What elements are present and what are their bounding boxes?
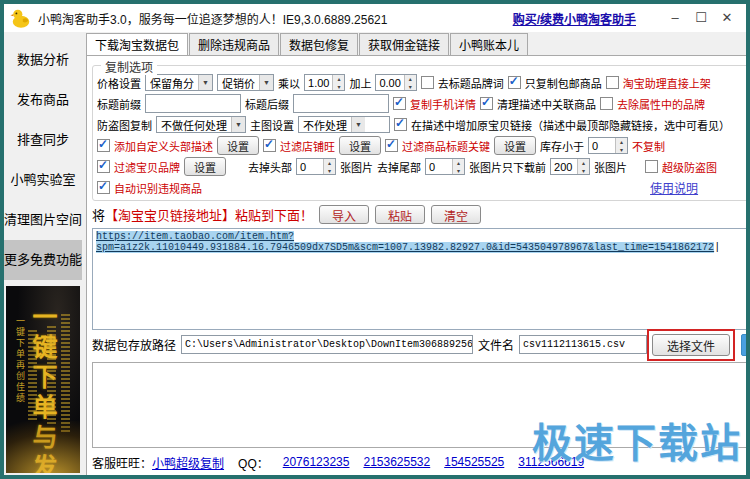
tab-bar: 下载淘宝数据包 删除违规商品 数据包修复 获取佣金链接 小鸭账本儿 [86, 34, 750, 55]
save-path-input[interactable]: C:\Users\Administrator\Desktop\DownItem3… [181, 335, 473, 354]
down-arrow-icon[interactable]: ▾ [578, 167, 589, 175]
remove-head-stepper[interactable]: 0▴▾ [296, 158, 336, 175]
remove-tail-stepper[interactable]: 0▴▾ [425, 158, 465, 175]
dropdown-value: 不作处理 [303, 117, 347, 133]
up-arrow-icon[interactable]: ▴ [453, 159, 464, 167]
up-arrow-icon[interactable]: ▴ [405, 75, 416, 83]
stepper-arrows[interactable]: ▴▾ [577, 159, 589, 174]
stepper-value: 0 [426, 159, 452, 174]
tab-download-datapack[interactable]: 下载淘宝数据包 [86, 33, 188, 56]
filter-item-brand-checkbox[interactable] [97, 160, 110, 173]
main-pic-dropdown[interactable]: 不作处理▼ [298, 116, 390, 133]
up-arrow-icon[interactable]: ▴ [578, 159, 589, 167]
auto-detect-violation-checkbox[interactable] [97, 181, 110, 194]
super-anti-theft-checkbox[interactable] [645, 160, 658, 173]
paste-button[interactable]: 粘贴 [375, 205, 425, 224]
taobao-item-url[interactable]: https://item.taobao.com/item.htm?spm=a1z… [96, 231, 714, 253]
service-wangwang-link[interactable]: 小鸭超级复制 [152, 457, 224, 471]
buy-renew-link[interactable]: 购买/续费小鸭淘客助手 [513, 10, 636, 27]
price-settings-label: 价格设置 [97, 75, 141, 91]
link-textarea[interactable]: https://item.taobao.com/item.htm?spm=a1z… [92, 228, 750, 330]
stepper-value: 200 [551, 159, 577, 174]
dropdown-value: 促销价 [222, 75, 255, 91]
anti-theft-dropdown[interactable]: 不做任何处理▼ [156, 116, 246, 133]
stock-stepper[interactable]: 0▴▾ [588, 137, 628, 154]
add-original-link-checkbox[interactable] [394, 118, 407, 131]
stepper-arrows[interactable]: ▴▾ [332, 75, 344, 90]
stepper-arrows[interactable]: ▴▾ [615, 138, 627, 153]
clear-button[interactable]: 清空 [431, 205, 481, 224]
stepper-arrows[interactable]: ▴▾ [452, 159, 464, 174]
sidebar-item-data-analysis[interactable]: 数据分析 [4, 40, 82, 80]
group-title: 复制选项 [101, 58, 157, 75]
sidebar-item-publish[interactable]: 发布商品 [4, 80, 82, 120]
download-limit-stepper[interactable]: 200▴▾ [550, 158, 590, 175]
close-button[interactable]: ✕ [714, 4, 740, 32]
minimize-button[interactable]: – [662, 4, 688, 32]
sidebar-item-clean-images[interactable]: 清理图片空间 [4, 200, 82, 240]
filter-brand-settings-button[interactable]: 设置 [184, 157, 226, 176]
remove-brand-words-label: 去标题品牌词 [438, 75, 504, 91]
up-arrow-icon[interactable]: ▴ [333, 75, 344, 83]
filter-shop-checkbox[interactable] [263, 139, 276, 152]
plus-stepper[interactable]: 0.00▴▾ [375, 74, 416, 91]
filter-shop-settings-button[interactable]: 设置 [339, 136, 381, 155]
remove-brand-words-checkbox[interactable] [421, 76, 434, 89]
stock-less-than-label: 库存小于 [540, 138, 584, 154]
filter-row-2: 过滤宝贝品牌 设置 去掉头部 0▴▾ 张图片 去掉尾部 0▴▾ 张图片只下载前 … [97, 156, 750, 177]
duck-logo-icon [10, 7, 32, 29]
down-arrow-icon[interactable]: ▾ [324, 167, 335, 175]
tab-delete-violations[interactable]: 删除违规商品 [189, 33, 279, 55]
filename-input[interactable]: csv1112113615.csv [519, 335, 647, 354]
strip-attribute-brand-checkbox[interactable] [600, 97, 613, 110]
down-arrow-icon[interactable]: ▾ [453, 167, 464, 175]
title-prefix-input[interactable] [145, 94, 241, 113]
qq-number-link[interactable]: 2153625532 [363, 455, 430, 469]
banner-decoration [28, 330, 37, 420]
up-arrow-icon[interactable]: ▴ [324, 159, 335, 167]
copy-mobile-detail-checkbox[interactable] [393, 97, 406, 110]
usage-instructions-link[interactable]: 使用说明 [650, 179, 698, 196]
tab-commission-links[interactable]: 获取佣金链接 [359, 33, 449, 55]
import-button[interactable]: 导入 [319, 205, 369, 224]
free-shipping-only-label: 只复制包邮商品 [525, 75, 602, 91]
log-area[interactable] [92, 362, 750, 448]
stepper-arrows[interactable]: ▴▾ [404, 75, 416, 90]
paste-highlight: 【淘宝宝贝链接地址】 [105, 208, 235, 223]
save-path-label: 数据包存放路径 [92, 336, 176, 353]
filter-title-keyword-checkbox[interactable] [385, 139, 398, 152]
keep-decimal-dropdown[interactable]: 保留角分▼ [145, 74, 213, 91]
sidebar-item-sync-check[interactable]: 排查同步 [4, 120, 82, 160]
clean-related-items-checkbox[interactable] [480, 97, 493, 110]
qq-number-link[interactable]: 154525525 [444, 455, 504, 469]
tab-datapack-repair[interactable]: 数据包修复 [280, 33, 358, 55]
title-suffix-input[interactable] [293, 94, 389, 113]
free-shipping-only-checkbox[interactable] [508, 76, 521, 89]
down-arrow-icon[interactable]: ▾ [333, 83, 344, 91]
sidebar-item-more-free[interactable]: 更多免费功能 [4, 240, 82, 280]
app-window: 小鸭淘客助手3.0，服务每一位追逐梦想的人！IE9,3.0.6889.25621… [0, 0, 750, 479]
stepper-arrows[interactable]: ▴▾ [323, 159, 335, 174]
multiply-stepper[interactable]: 1.00▴▾ [304, 74, 345, 91]
filter-title-settings-button[interactable]: 设置 [494, 136, 536, 155]
download-datapack-button[interactable]: 下载数据包 [741, 334, 750, 356]
up-arrow-icon[interactable]: ▴ [616, 138, 627, 146]
auto-detect-row: 自动识别违规商品 使用说明 [97, 177, 750, 198]
down-arrow-icon[interactable]: ▾ [405, 83, 416, 91]
service-wangwang-label: 客服旺旺： [92, 457, 152, 471]
qq-number-link[interactable]: 2076123235 [283, 455, 350, 469]
choose-file-button[interactable]: 选择文件 [652, 334, 730, 356]
custom-header-checkbox[interactable] [97, 139, 110, 152]
stepper-value: 0.00 [376, 75, 403, 90]
maximize-button[interactable]: ☐ [688, 4, 714, 32]
price-type-dropdown[interactable]: 促销价▼ [217, 74, 274, 91]
qq-number-link[interactable]: 3112566619 [518, 455, 584, 469]
banner-decoration [47, 326, 56, 426]
promo-banner[interactable]: 一键下单再创佳绩 一键下单与发货 [6, 286, 80, 473]
custom-header-settings-button[interactable]: 设置 [217, 136, 259, 155]
save-path-row: 数据包存放路径 C:\Users\Administrator\Desktop\D… [92, 330, 750, 359]
taobao-assistant-checkbox[interactable] [606, 76, 619, 89]
tab-duck-ledger[interactable]: 小鸭账本儿 [450, 33, 528, 55]
sidebar-item-duck-lab[interactable]: 小鸭实验室 [4, 160, 82, 200]
down-arrow-icon[interactable]: ▾ [616, 146, 627, 154]
